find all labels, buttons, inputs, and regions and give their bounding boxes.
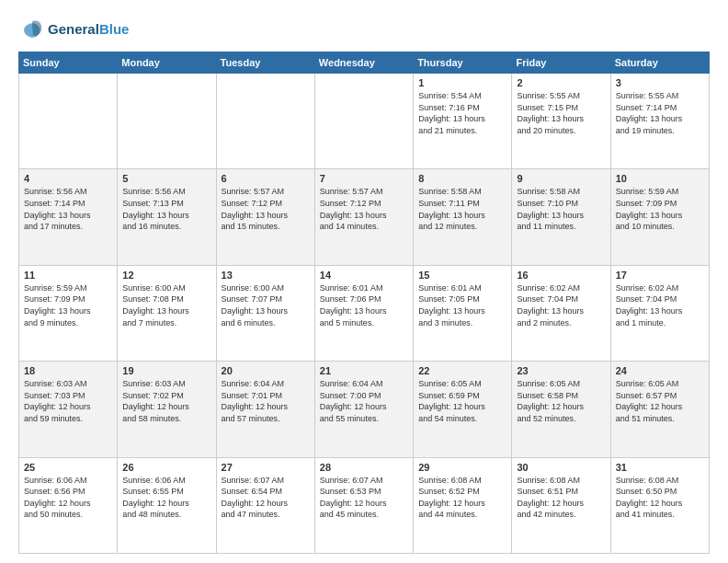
day-cell-18: 18Sunrise: 6:03 AM Sunset: 7:03 PM Dayli… (19, 362, 118, 457)
day-number: 7 (320, 173, 408, 184)
day-cell-4: 4Sunrise: 5:56 AM Sunset: 7:14 PM Daylig… (19, 169, 118, 265)
day-number: 12 (122, 270, 210, 281)
weekday-header-friday: Friday (512, 52, 610, 74)
day-number: 31 (616, 462, 704, 473)
day-cell-8: 8Sunrise: 5:58 AM Sunset: 7:11 PM Daylig… (414, 169, 512, 265)
calendar-table: SundayMondayTuesdayWednesdayThursdayFrid… (18, 52, 710, 554)
day-info: Sunrise: 6:01 AM Sunset: 7:05 PM Dayligh… (418, 282, 506, 328)
day-info: Sunrise: 5:58 AM Sunset: 7:11 PM Dayligh… (418, 186, 506, 232)
day-number: 26 (122, 462, 210, 473)
day-number: 6 (222, 173, 310, 184)
day-info: Sunrise: 5:55 AM Sunset: 7:14 PM Dayligh… (616, 90, 704, 136)
day-info: Sunrise: 6:04 AM Sunset: 7:01 PM Dayligh… (222, 378, 310, 424)
day-cell-2: 2Sunrise: 5:55 AM Sunset: 7:15 PM Daylig… (512, 74, 610, 169)
empty-cell (216, 74, 314, 169)
day-cell-7: 7Sunrise: 5:57 AM Sunset: 7:12 PM Daylig… (314, 169, 413, 265)
day-number: 23 (517, 365, 605, 376)
day-number: 11 (24, 270, 112, 281)
weekday-header-wednesday: Wednesday (314, 52, 413, 74)
day-info: Sunrise: 5:57 AM Sunset: 7:12 PM Dayligh… (320, 186, 408, 232)
day-cell-28: 28Sunrise: 6:07 AM Sunset: 6:53 PM Dayli… (314, 457, 413, 553)
day-number: 21 (320, 365, 408, 376)
day-cell-14: 14Sunrise: 6:01 AM Sunset: 7:06 PM Dayli… (314, 265, 413, 361)
day-info: Sunrise: 6:08 AM Sunset: 6:51 PM Dayligh… (517, 475, 605, 521)
day-cell-21: 21Sunrise: 6:04 AM Sunset: 7:00 PM Dayli… (314, 362, 413, 457)
weekday-header-row: SundayMondayTuesdayWednesdayThursdayFrid… (19, 52, 710, 74)
day-info: Sunrise: 6:03 AM Sunset: 7:02 PM Dayligh… (122, 378, 210, 424)
day-number: 18 (24, 365, 112, 376)
day-info: Sunrise: 5:57 AM Sunset: 7:12 PM Dayligh… (222, 186, 310, 232)
day-info: Sunrise: 6:04 AM Sunset: 7:00 PM Dayligh… (320, 378, 408, 424)
day-cell-25: 25Sunrise: 6:06 AM Sunset: 6:56 PM Dayli… (19, 457, 118, 553)
week-row-3: 11Sunrise: 5:59 AM Sunset: 7:09 PM Dayli… (19, 265, 710, 361)
day-info: Sunrise: 5:59 AM Sunset: 7:09 PM Dayligh… (24, 282, 112, 328)
header: GeneralBlue (18, 17, 710, 42)
day-number: 20 (222, 365, 310, 376)
day-number: 8 (418, 173, 506, 184)
day-info: Sunrise: 6:00 AM Sunset: 7:07 PM Dayligh… (222, 282, 310, 328)
day-info: Sunrise: 5:56 AM Sunset: 7:14 PM Dayligh… (24, 186, 112, 232)
day-number: 5 (122, 173, 210, 184)
day-info: Sunrise: 6:07 AM Sunset: 6:54 PM Dayligh… (222, 475, 310, 521)
day-cell-13: 13Sunrise: 6:00 AM Sunset: 7:07 PM Dayli… (216, 265, 314, 361)
day-cell-19: 19Sunrise: 6:03 AM Sunset: 7:02 PM Dayli… (118, 362, 216, 457)
day-info: Sunrise: 5:59 AM Sunset: 7:09 PM Dayligh… (616, 186, 704, 232)
day-number: 29 (418, 462, 506, 473)
day-number: 3 (616, 77, 704, 88)
day-info: Sunrise: 6:03 AM Sunset: 7:03 PM Dayligh… (24, 378, 112, 424)
day-number: 13 (222, 270, 310, 281)
empty-cell (118, 74, 216, 169)
day-number: 1 (418, 77, 506, 88)
weekday-header-tuesday: Tuesday (216, 52, 314, 74)
day-number: 24 (616, 365, 704, 376)
logo-icon (18, 17, 44, 42)
day-cell-30: 30Sunrise: 6:08 AM Sunset: 6:51 PM Dayli… (512, 457, 610, 553)
week-row-5: 25Sunrise: 6:06 AM Sunset: 6:56 PM Dayli… (19, 457, 710, 553)
day-info: Sunrise: 5:56 AM Sunset: 7:13 PM Dayligh… (122, 186, 210, 232)
page: GeneralBlue SundayMondayTuesdayWednesday… (0, 0, 728, 563)
day-number: 27 (222, 462, 310, 473)
day-number: 25 (24, 462, 112, 473)
day-number: 14 (320, 270, 408, 281)
day-cell-26: 26Sunrise: 6:06 AM Sunset: 6:55 PM Dayli… (118, 457, 216, 553)
day-cell-1: 1Sunrise: 5:54 AM Sunset: 7:16 PM Daylig… (414, 74, 512, 169)
empty-cell (19, 74, 118, 169)
day-number: 16 (517, 270, 605, 281)
day-cell-11: 11Sunrise: 5:59 AM Sunset: 7:09 PM Dayli… (19, 265, 118, 361)
logo: GeneralBlue (18, 17, 129, 42)
empty-cell (314, 74, 413, 169)
week-row-1: 1Sunrise: 5:54 AM Sunset: 7:16 PM Daylig… (19, 74, 710, 169)
day-info: Sunrise: 6:02 AM Sunset: 7:04 PM Dayligh… (517, 282, 605, 328)
day-info: Sunrise: 6:06 AM Sunset: 6:56 PM Dayligh… (24, 475, 112, 521)
week-row-4: 18Sunrise: 6:03 AM Sunset: 7:03 PM Dayli… (19, 362, 710, 457)
day-cell-3: 3Sunrise: 5:55 AM Sunset: 7:14 PM Daylig… (610, 74, 709, 169)
day-info: Sunrise: 6:08 AM Sunset: 6:50 PM Dayligh… (616, 475, 704, 521)
day-cell-15: 15Sunrise: 6:01 AM Sunset: 7:05 PM Dayli… (414, 265, 512, 361)
day-cell-27: 27Sunrise: 6:07 AM Sunset: 6:54 PM Dayli… (216, 457, 314, 553)
day-cell-6: 6Sunrise: 5:57 AM Sunset: 7:12 PM Daylig… (216, 169, 314, 265)
day-info: Sunrise: 5:55 AM Sunset: 7:15 PM Dayligh… (517, 90, 605, 136)
day-cell-29: 29Sunrise: 6:08 AM Sunset: 6:52 PM Dayli… (414, 457, 512, 553)
day-number: 17 (616, 270, 704, 281)
day-cell-16: 16Sunrise: 6:02 AM Sunset: 7:04 PM Dayli… (512, 265, 610, 361)
day-info: Sunrise: 6:02 AM Sunset: 7:04 PM Dayligh… (616, 282, 704, 328)
weekday-header-thursday: Thursday (414, 52, 512, 74)
weekday-header-monday: Monday (118, 52, 216, 74)
day-cell-24: 24Sunrise: 6:05 AM Sunset: 6:57 PM Dayli… (610, 362, 709, 457)
day-info: Sunrise: 6:05 AM Sunset: 6:57 PM Dayligh… (616, 378, 704, 424)
day-cell-20: 20Sunrise: 6:04 AM Sunset: 7:01 PM Dayli… (216, 362, 314, 457)
day-info: Sunrise: 5:58 AM Sunset: 7:10 PM Dayligh… (517, 186, 605, 232)
day-info: Sunrise: 6:07 AM Sunset: 6:53 PM Dayligh… (320, 475, 408, 521)
day-number: 30 (517, 462, 605, 473)
day-number: 9 (517, 173, 605, 184)
day-number: 22 (418, 365, 506, 376)
day-cell-12: 12Sunrise: 6:00 AM Sunset: 7:08 PM Dayli… (118, 265, 216, 361)
day-number: 2 (517, 77, 605, 88)
day-info: Sunrise: 6:01 AM Sunset: 7:06 PM Dayligh… (320, 282, 408, 328)
day-number: 10 (616, 173, 704, 184)
day-info: Sunrise: 6:05 AM Sunset: 6:58 PM Dayligh… (517, 378, 605, 424)
day-number: 19 (122, 365, 210, 376)
day-info: Sunrise: 6:06 AM Sunset: 6:55 PM Dayligh… (122, 475, 210, 521)
logo-text: GeneralBlue (48, 21, 129, 37)
weekday-header-sunday: Sunday (19, 52, 118, 74)
